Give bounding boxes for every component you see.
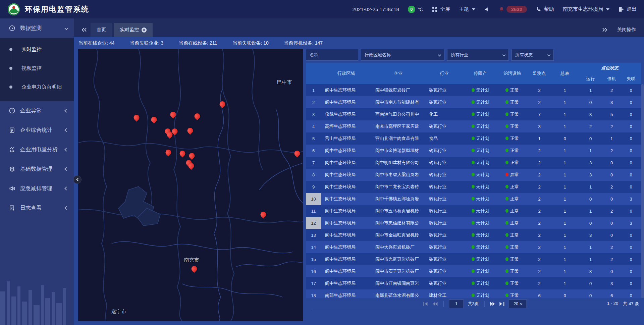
table-row[interactable]: 12阆中生态环境局阆中市忠信建材有限公砖瓦行业无计划正常21003 xyxy=(306,217,641,229)
page-number-input[interactable] xyxy=(449,300,464,308)
tabs-scroll-right-icon[interactable] xyxy=(600,23,609,37)
table-row[interactable]: 8阆中生态环境局阆中市枣碧大梁山页岩砖瓦行业无计划异常21300 xyxy=(306,169,641,181)
layers-icon xyxy=(9,166,15,172)
cell-lost: 0 xyxy=(621,205,641,217)
notification-area[interactable]: 2632 xyxy=(499,6,527,13)
sidebar-item-emergency-reduction[interactable]: 应急减排管理 xyxy=(0,179,74,198)
sidebar-item-video-monitoring[interactable]: 视频监控 xyxy=(0,59,74,77)
chart-icon xyxy=(9,146,15,153)
table-scrollbar[interactable] xyxy=(641,84,644,298)
status-dot-green xyxy=(505,100,508,104)
cell-company: 南部县砿华水泥有限公 xyxy=(371,289,425,298)
map-panel[interactable]: 巴中市南充市遂宁市 xyxy=(78,49,303,321)
tab-realtime-monitoring[interactable]: 实时监控 × xyxy=(114,23,153,37)
cell-meters: 1 xyxy=(551,205,578,217)
sidebar-item-log-view[interactable]: 日志查看 xyxy=(0,198,74,218)
theme-dropdown[interactable]: 主题 xyxy=(459,6,475,12)
cell-facility-status: 正常 xyxy=(497,193,527,205)
cell-limit-status: 无计划 xyxy=(464,253,497,265)
table-row[interactable]: 11阆中生态环境局阆中市五马桥页岩机砖砖瓦行业无计划正常21120 xyxy=(306,205,641,217)
tab-home[interactable]: 首页 xyxy=(91,23,112,37)
org-dropdown[interactable]: 南充市生态环境局 xyxy=(563,6,609,12)
stat-value: 3 xyxy=(161,40,163,46)
sidebar-item-data-monitoring[interactable]: 数据监测 xyxy=(0,18,74,38)
cell-facility-status: 正常 xyxy=(497,265,527,277)
sidebar-item-base-data-management[interactable]: 基础数据管理 xyxy=(0,159,74,179)
first-page-icon[interactable] xyxy=(423,302,428,306)
sidebar-item-power-load-detail[interactable]: 企业电力负荷明细 xyxy=(0,77,74,96)
sidebar-menu: 数据监测实时监控视频监控企业电力负荷明细企业异常企业综合统计企业用电量分析基础数… xyxy=(0,18,74,218)
stats-bar: 当前在线企业:44当前失联企业:3当前在线设备:211当前失联设备:10当前停机… xyxy=(78,37,323,49)
table-row[interactable]: 1阆中生态环境局阆中强锐页岩砖厂砖瓦行业无计划正常21120 xyxy=(306,84,641,96)
page-size-select[interactable]: 20 xyxy=(509,300,527,308)
table-row[interactable]: 7阆中生态环境局阆中明阳建材有限公司砖瓦行业无计划正常21300 xyxy=(306,157,641,169)
mute-speaker-icon[interactable] xyxy=(484,6,490,12)
cell-stop: 0 xyxy=(603,217,621,229)
cell-limit-status: 无计划 xyxy=(464,277,497,289)
pagination-bar: 共3页 20 1 - 20 共 47 条 xyxy=(306,298,644,309)
cell-company: 阆中市光富页岩机砖厂 xyxy=(371,253,425,265)
cell-stop: 2 xyxy=(603,84,621,96)
fullscreen-button[interactable]: 全屏 xyxy=(432,6,450,12)
cell-index: 3 xyxy=(306,108,321,120)
cell-points: 2 xyxy=(527,193,551,205)
table-row[interactable]: 10阆中生态环境局阆中千佛镇五郎垭页岩砖瓦行业无计划正常21003 xyxy=(306,193,641,205)
close-operations-button[interactable]: 关闭操作 xyxy=(617,27,636,33)
table-row[interactable]: 4高坪生态环境局南充市高坪区王家店建砖瓦行业无计划正常31220 xyxy=(306,120,641,132)
table-row[interactable]: 6阆中生态环境局阆中市金博瑞新型墙材砖瓦行业无计划正常21120 xyxy=(306,145,641,157)
col-region: 行政区域 xyxy=(321,63,371,84)
next-page-icon[interactable] xyxy=(490,302,495,306)
status-dot-green xyxy=(505,112,508,116)
chevron-down-icon xyxy=(520,303,522,305)
name-filter-input[interactable] xyxy=(306,49,358,61)
status-dot-green xyxy=(472,221,475,225)
sidebar-item-realtime-monitoring[interactable]: 实时监控 xyxy=(0,40,74,59)
cell-company: 南充市高坪区王家店建 xyxy=(371,120,425,132)
cell-meters: 1 xyxy=(551,277,578,289)
table-row[interactable]: 18南部生态环境局南部县砿华水泥有限公建材化工无计划正常60060 xyxy=(306,289,641,298)
map-collapse-handle[interactable] xyxy=(73,175,82,184)
alert-icon xyxy=(9,107,15,114)
cell-limit-status: 无计划 xyxy=(464,132,497,145)
status-dot-green xyxy=(505,88,508,92)
table-row[interactable]: 17阆中生态环境局阆中市江南镇阆南页岩砖瓦行业无计划正常21030 xyxy=(306,277,641,289)
industry-filter-select[interactable]: 所有行业 xyxy=(447,49,509,61)
tab-close-icon[interactable]: × xyxy=(142,28,147,33)
cell-index: 8 xyxy=(306,169,321,181)
app-window: 环保用电监管系统 2021-02-25 17:46:18 0 ℃ 全屏 主题 2… xyxy=(0,0,644,325)
cell-stop: 6 xyxy=(603,289,621,298)
cell-industry: 砖瓦行业 xyxy=(425,96,464,108)
sidebar-item-enterprise-abnormal[interactable]: 企业异常 xyxy=(0,101,74,120)
table-row[interactable]: 2阆中生态环境局阆中市南方节能建材有砖瓦行业无计划正常21030 xyxy=(306,96,641,108)
region-filter-select[interactable]: 行政区域名称 xyxy=(361,49,444,61)
prev-page-icon[interactable] xyxy=(432,302,438,306)
pagination-summary: 1 - 20 共 47 条 xyxy=(607,301,639,307)
table-row[interactable]: 9阆中生态环境局阆中市二龙长宝页岩砖砖瓦行业无计划正常21120 xyxy=(306,181,641,193)
cell-limit-status: 无计划 xyxy=(464,108,497,120)
tabs-scroll-left-icon[interactable] xyxy=(80,23,89,37)
range-text: 1 - 20 xyxy=(607,301,618,307)
table-row[interactable]: 14阆中生态环境局阆中大兴页岩机砖厂砖瓦行业无计划正常21120 xyxy=(306,241,641,253)
table-row[interactable]: 3仪陇生态环境局西南油气田分公司川中化工无计划正常71350 xyxy=(306,108,641,120)
status-filter-select[interactable]: 所有状态 xyxy=(512,49,554,61)
status-dot-green xyxy=(505,233,508,237)
table-row[interactable]: 5营山生态环境局营山县润丰肉食品有限食品无计划正常10010 xyxy=(306,132,641,145)
notification-badge[interactable]: 2632 xyxy=(506,6,527,13)
col-points: 监测点 xyxy=(527,63,551,84)
logout-button[interactable]: 退出 xyxy=(618,6,637,12)
last-page-icon[interactable] xyxy=(499,302,505,306)
cell-index: 13 xyxy=(306,229,321,241)
cell-index: 12 xyxy=(306,217,321,229)
sidebar-item-enterprise-statistics[interactable]: 企业综合统计 xyxy=(0,120,74,140)
cell-points: 2 xyxy=(527,145,551,157)
help-button[interactable]: 帮助 xyxy=(536,6,554,12)
caret-down-icon xyxy=(472,8,475,10)
sidebar-item-power-usage-analysis[interactable]: 企业用电量分析 xyxy=(0,140,74,159)
table-row[interactable]: 13阆中生态环境局阆中市金福旺页岩机砖砖瓦行业无计划正常21300 xyxy=(306,229,641,241)
table-row[interactable]: 16阆中生态环境局阆中市石子页岩机砖厂砖瓦行业无计划正常21300 xyxy=(306,265,641,277)
cell-industry: 砖瓦行业 xyxy=(425,145,464,157)
table-row[interactable]: 15阆中生态环境局阆中市光富页岩机砖厂砖瓦行业无计划正常21120 xyxy=(306,253,641,265)
cell-lost: 0 xyxy=(621,265,641,277)
cell-points: 2 xyxy=(527,265,551,277)
report-icon xyxy=(9,127,15,133)
